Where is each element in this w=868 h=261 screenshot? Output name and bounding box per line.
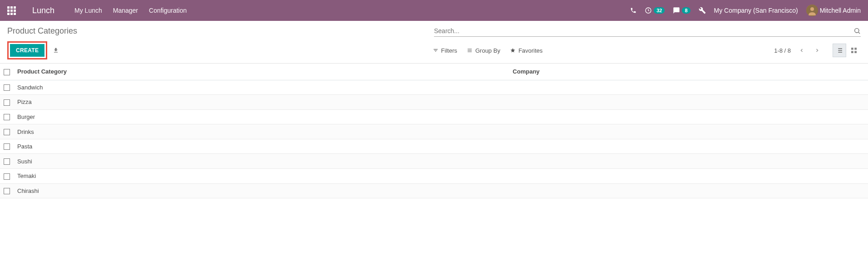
table-row[interactable]: Sushi [0, 154, 868, 169]
phone-icon[interactable] [630, 7, 636, 14]
cell-category: Burger [14, 109, 509, 124]
nav-manager[interactable]: Manager [113, 7, 138, 14]
pager-next[interactable] [813, 46, 822, 55]
breadcrumb: Product Categories [7, 26, 77, 36]
cell-category: Temaki [14, 168, 509, 183]
cell-category: Pasta [14, 139, 509, 154]
cell-category: Chirashi [14, 183, 509, 198]
row-checkbox[interactable] [4, 158, 10, 165]
cp-row-1: Product Categories [7, 25, 861, 37]
cp-row-2: Create Filters Group By Favorites 1-8 / … [7, 41, 861, 59]
table-row[interactable]: Pasta [0, 139, 868, 154]
debug-icon[interactable] [699, 7, 706, 14]
cell-company [509, 95, 868, 110]
row-checkbox[interactable] [4, 188, 10, 194]
groupby-label: Group By [475, 47, 500, 54]
row-checkbox[interactable] [4, 84, 10, 91]
pager-area: 1-8 / 8 [774, 44, 861, 57]
cell-company [509, 109, 868, 124]
discuss-badge: 8 [682, 7, 690, 14]
navbar: Lunch My Lunch Manager Configuration 32 … [0, 0, 868, 21]
search-bar[interactable] [434, 25, 861, 37]
cell-company [509, 183, 868, 198]
svg-point-2 [810, 7, 814, 11]
categories-table: Product Category Company Sandwich Pizza … [0, 64, 868, 198]
download-icon[interactable] [53, 47, 59, 54]
activities-icon[interactable]: 32 [645, 7, 665, 14]
nav-menu: My Lunch Manager Configuration [74, 7, 187, 14]
activities-badge: 32 [654, 7, 665, 14]
filters-button[interactable]: Filters [433, 47, 457, 54]
svg-point-3 [855, 29, 859, 33]
cell-category: Drinks [14, 124, 509, 139]
navbar-right: 32 8 My Company (San Francisco) Mitchell… [630, 5, 861, 16]
cell-company [509, 168, 868, 183]
app-brand[interactable]: Lunch [32, 6, 54, 15]
row-checkbox[interactable] [4, 99, 10, 106]
svg-rect-14 [851, 48, 853, 50]
table-row[interactable]: Chirashi [0, 183, 868, 198]
table-wrap: Product Category Company Sandwich Pizza … [0, 63, 868, 198]
search-icon[interactable] [853, 27, 861, 34]
favorites-label: Favorites [518, 47, 542, 54]
table-row[interactable]: Temaki [0, 168, 868, 183]
kanban-view-button[interactable] [847, 44, 861, 57]
nav-configuration[interactable]: Configuration [149, 7, 187, 14]
table-row[interactable]: Burger [0, 109, 868, 124]
nav-my-lunch[interactable]: My Lunch [74, 7, 102, 14]
row-checkbox[interactable] [4, 114, 10, 120]
create-highlight: Create [7, 41, 47, 59]
cell-company [509, 124, 868, 139]
row-checkbox[interactable] [4, 173, 10, 180]
list-view-button[interactable] [833, 44, 846, 57]
cell-company [509, 80, 868, 95]
favorites-button[interactable]: Favorites [510, 47, 542, 54]
col-header-company[interactable]: Company [509, 64, 868, 80]
cell-category: Pizza [14, 95, 509, 110]
svg-rect-15 [854, 48, 857, 50]
view-switcher [833, 44, 861, 57]
svg-rect-17 [854, 51, 857, 53]
row-checkbox[interactable] [4, 143, 10, 150]
select-all-checkbox[interactable] [4, 69, 10, 75]
cell-company [509, 139, 868, 154]
create-button[interactable]: Create [10, 44, 44, 57]
navbar-left: Lunch My Lunch Manager Configuration [7, 6, 187, 15]
pager-text[interactable]: 1-8 / 8 [774, 47, 791, 54]
discuss-icon[interactable]: 8 [673, 7, 690, 14]
company-selector[interactable]: My Company (San Francisco) [714, 7, 798, 14]
control-panel: Product Categories Create Filters Group … [0, 21, 868, 63]
cell-category: Sushi [14, 154, 509, 169]
col-header-category[interactable]: Product Category [14, 64, 509, 80]
pager-prev[interactable] [797, 46, 806, 55]
svg-rect-16 [851, 51, 853, 53]
table-row[interactable]: Sandwich [0, 80, 868, 95]
cell-category: Sandwich [14, 80, 509, 95]
search-tools: Filters Group By Favorites [433, 47, 543, 54]
svg-line-4 [858, 32, 860, 34]
groupby-button[interactable]: Group By [467, 47, 500, 54]
cell-company [509, 154, 868, 169]
username-label: Mitchell Admin [820, 7, 861, 14]
avatar [806, 5, 818, 16]
apps-icon[interactable] [7, 6, 16, 15]
search-input[interactable] [434, 27, 853, 34]
table-row[interactable]: Pizza [0, 95, 868, 110]
table-row[interactable]: Drinks [0, 124, 868, 139]
filters-label: Filters [441, 47, 457, 54]
row-checkbox[interactable] [4, 129, 10, 135]
user-menu[interactable]: Mitchell Admin [806, 5, 861, 16]
